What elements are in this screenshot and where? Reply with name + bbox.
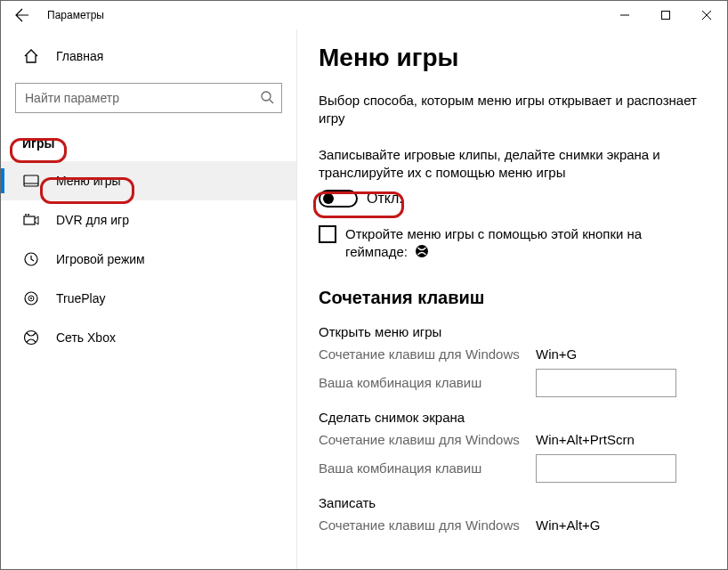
sidebar: Главная Найти параметр Игры Меню игры DV…	[1, 29, 296, 569]
sidebar-item-label: DVR для игр	[56, 213, 129, 227]
trueplay-icon	[22, 289, 40, 307]
win-shortcut-value: Win+G	[536, 346, 577, 362]
titlebar: Параметры	[1, 1, 727, 29]
shortcuts-header: Сочетания клавиш	[319, 288, 702, 308]
search-input[interactable]: Найти параметр	[15, 83, 282, 113]
maximize-icon	[661, 11, 670, 20]
sidebar-item-label: TruePlay	[56, 291, 106, 305]
win-shortcut-label: Сочетание клавиш для Windows	[319, 432, 536, 447]
svg-point-11	[416, 245, 428, 257]
toggle-knob	[323, 193, 334, 204]
main-content: Меню игры Выбор способа, которым меню иг…	[296, 29, 727, 569]
svg-rect-3	[24, 216, 35, 224]
sidebar-item-gamebar[interactable]: Меню игры	[1, 161, 296, 200]
shortcut-name: Записать	[319, 495, 702, 510]
svg-rect-0	[662, 12, 670, 20]
sidebar-item-label: Игровой режим	[56, 252, 145, 266]
minimize-icon	[620, 11, 629, 20]
maximize-button[interactable]	[645, 1, 686, 29]
svg-point-10	[25, 331, 38, 345]
win-shortcut-label: Сочетание клавиш для Windows	[319, 517, 536, 533]
search-placeholder: Найти параметр	[25, 91, 119, 105]
page-title: Меню игры	[319, 44, 702, 72]
xbox-logo-icon	[415, 244, 429, 263]
page-description: Выбор способа, которым меню игры открыва…	[319, 92, 702, 126]
xbox-icon	[22, 329, 40, 346]
toggle-description: Записывайте игровые клипы, делайте снимк…	[319, 146, 702, 181]
shortcut-group-open: Открыть меню игры Сочетание клавиш для W…	[319, 324, 702, 397]
sidebar-category: Игры	[1, 129, 296, 161]
gamepad-checkbox-label: Откройте меню игры с помощью этой кнопки…	[345, 225, 702, 263]
home-icon	[22, 47, 40, 65]
sidebar-item-label: Сеть Xbox	[56, 330, 116, 345]
toggle-state-label: Откл.	[367, 191, 403, 207]
sidebar-item-xbox[interactable]: Сеть Xbox	[1, 318, 296, 357]
svg-point-9	[30, 297, 32, 299]
shortcut-group-record: Записать Сочетание клавиш для WindowsWin…	[319, 495, 702, 533]
shortcut-group-screenshot: Сделать снимок экрана Сочетание клавиш д…	[319, 410, 702, 483]
gamemode-icon	[22, 250, 40, 268]
dvr-icon	[22, 211, 40, 229]
user-shortcut-label: Ваша комбинация клавиш	[319, 375, 536, 390]
gamepad-checkbox[interactable]	[319, 225, 336, 243]
sidebar-item-dvr[interactable]: DVR для игр	[1, 200, 296, 240]
sidebar-item-trueplay[interactable]: TruePlay	[1, 279, 296, 318]
svg-point-4	[25, 214, 27, 216]
win-shortcut-value: Win+Alt+G	[536, 517, 601, 533]
svg-rect-2	[24, 175, 38, 186]
close-button[interactable]	[686, 1, 727, 29]
svg-point-1	[262, 92, 271, 101]
close-icon	[702, 11, 711, 20]
user-shortcut-input[interactable]	[536, 454, 676, 483]
shortcut-name: Открыть меню игры	[319, 324, 702, 339]
gamebar-toggle[interactable]	[319, 190, 358, 208]
gamebar-icon	[22, 172, 40, 190]
window-title: Параметры	[44, 9, 104, 21]
win-shortcut-value: Win+Alt+PrtScrn	[536, 432, 635, 447]
minimize-button[interactable]	[604, 1, 645, 29]
shortcut-name: Сделать снимок экрана	[319, 410, 702, 425]
sidebar-home-label: Главная	[56, 49, 103, 63]
user-shortcut-input[interactable]	[536, 369, 676, 397]
sidebar-item-label: Меню игры	[56, 174, 121, 188]
arrow-left-icon	[15, 8, 29, 22]
svg-point-5	[28, 214, 29, 216]
win-shortcut-label: Сочетание клавиш для Windows	[319, 346, 536, 362]
user-shortcut-label: Ваша комбинация клавиш	[319, 460, 536, 476]
back-button[interactable]	[1, 1, 44, 29]
sidebar-item-gamemode[interactable]: Игровой режим	[1, 240, 296, 279]
search-icon	[260, 90, 274, 107]
sidebar-home[interactable]: Главная	[1, 37, 296, 76]
